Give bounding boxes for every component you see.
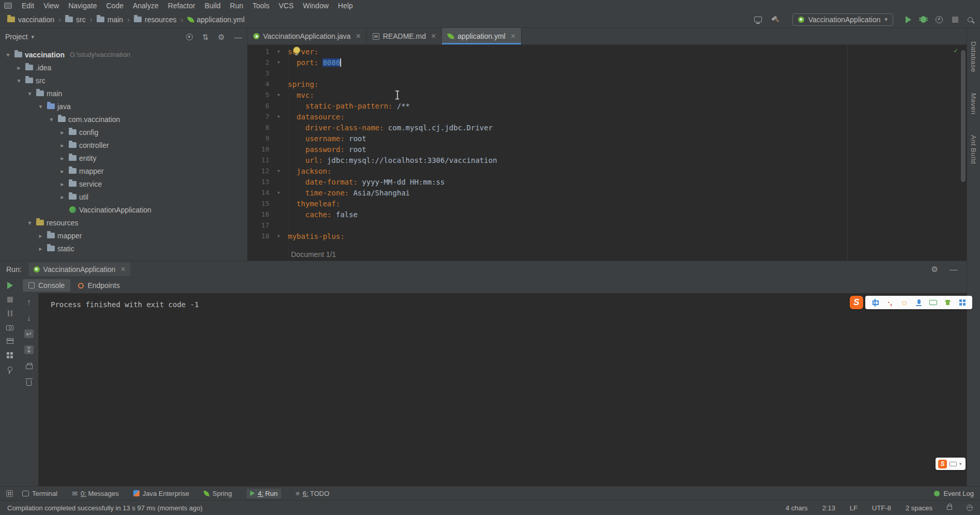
thread-dump-button[interactable] [6, 325, 13, 330]
ime-emoji-button[interactable]: ☺ [900, 298, 909, 307]
ime-soft-keyboard-button[interactable] [929, 298, 938, 307]
chevron-down-icon[interactable]: ▾ [959, 461, 962, 466]
locate-file-icon[interactable] [186, 34, 193, 40]
code-line-16[interactable]: 16cache: false [248, 209, 967, 220]
chevron-down-icon[interactable]: ▾ [32, 34, 35, 40]
chevron-right-icon[interactable]: ▸ [57, 168, 67, 175]
fold-marker-icon[interactable]: ▾ [273, 189, 284, 196]
pin-tab-button[interactable] [7, 366, 12, 372]
intention-bulb-icon[interactable] [293, 47, 300, 54]
fold-marker-icon[interactable]: ▾ [273, 48, 284, 55]
tree-item-util[interactable]: ▸util [0, 190, 247, 203]
menu-item-tools[interactable]: Tools [248, 1, 274, 10]
gear-icon[interactable]: ⚙ [218, 33, 225, 41]
editor-tab-application.yml[interactable]: application.yml× [442, 28, 522, 44]
menu-item-help[interactable]: Help [333, 1, 358, 10]
chevron-down-icon[interactable]: ▾ [14, 77, 24, 84]
tree-item-resources[interactable]: ▾resources [0, 216, 247, 229]
run-button[interactable] [906, 16, 911, 23]
project-panel-title[interactable]: Project [5, 33, 28, 41]
code-line-11[interactable]: 11url: jdbc:mysql://localhost:3306/vacci… [248, 155, 967, 165]
chevron-right-icon[interactable]: ▸ [36, 245, 45, 252]
tree-item-.idea[interactable]: ▸.idea [0, 61, 247, 74]
code-line-13[interactable]: 13date-format: yyyy-MM-dd HH:mm:ss [248, 176, 967, 187]
code-line-6[interactable]: 6static-path-pattern: /** [248, 100, 967, 111]
status-lf[interactable]: LF [850, 504, 858, 512]
tree-item-controller[interactable]: ▸controller [0, 139, 247, 152]
toolwindow-button-java-enterprise[interactable]: Java Enterprise [133, 490, 189, 497]
search-everywhere-icon[interactable] [968, 17, 973, 22]
menu-item-refactor[interactable]: Refactor [163, 1, 200, 10]
breadcrumb-resources[interactable]: resources [134, 16, 176, 24]
close-icon[interactable]: × [120, 265, 125, 274]
editor-tab-VaccinationApplication.java[interactable]: VaccinationApplication.java× [248, 28, 367, 44]
toolwindow-button-terminal[interactable]: Terminal [22, 490, 57, 497]
run-view-tab-console[interactable]: Console [23, 279, 70, 292]
chevron-right-icon[interactable]: ▸ [14, 64, 24, 71]
code-line-9[interactable]: 9username: root [248, 133, 967, 144]
close-icon[interactable]: × [356, 32, 360, 40]
tool-stripe-ant-build[interactable]: Ant Build [970, 135, 977, 164]
code-line-4[interactable]: 4spring: [248, 79, 967, 89]
chevron-right-icon[interactable]: ▸ [36, 232, 45, 239]
code-line-15[interactable]: 15thymeleaf: [248, 198, 967, 209]
menu-item-run[interactable]: Run [225, 1, 248, 10]
menu-item-navigate[interactable]: Navigate [64, 1, 101, 10]
stop-button[interactable] [7, 297, 13, 302]
ime-chinese-mode-button[interactable] [871, 298, 880, 307]
code-area[interactable]: 1▾server:2▾port: 808034spring:5▾mvc:6sta… [248, 45, 967, 241]
status-utf-8[interactable]: UTF-8 [872, 504, 891, 512]
build-hammer-icon[interactable] [771, 16, 780, 23]
ime-skin-button[interactable] [943, 298, 952, 307]
status-4-chars[interactable]: 4 chars [786, 504, 808, 512]
code-line-17[interactable]: 17 [248, 220, 967, 231]
sogou-logo-icon[interactable]: S [850, 296, 863, 309]
close-icon[interactable]: × [511, 32, 515, 40]
ime-voice-input-button[interactable] [914, 298, 923, 307]
breadcrumb-vaccination[interactable]: vaccination [7, 16, 54, 24]
tree-item-mapper[interactable]: ▸mapper [0, 164, 247, 177]
ime-mini-bar[interactable]: S ▾ [936, 458, 966, 470]
chevron-down-icon[interactable]: ▾ [25, 219, 35, 226]
tree-item-java[interactable]: ▾java [0, 100, 247, 113]
code-line-10[interactable]: 10password: root [248, 144, 967, 155]
breadcrumb-main[interactable]: main [97, 16, 123, 24]
editor-tab-README.md[interactable]: MREADME.md× [367, 28, 442, 44]
tool-stripe-database[interactable]: Database [970, 41, 977, 72]
code-line-8[interactable]: 8driver-class-name: com.mysql.cj.jdbc.Dr… [248, 122, 967, 133]
breadcrumb-src[interactable]: src [65, 16, 86, 24]
menu-item-view[interactable]: View [39, 1, 64, 10]
scroll-to-end-button[interactable]: ↧ [24, 345, 34, 354]
status-2-spaces[interactable]: 2 spaces [906, 504, 932, 512]
menu-item-edit[interactable]: Edit [17, 1, 39, 10]
clear-all-button[interactable] [24, 377, 34, 386]
sogou-logo-icon[interactable]: S [938, 460, 947, 468]
scrollbar-thumb[interactable] [961, 50, 966, 182]
chevron-down-icon[interactable]: ▾ [25, 90, 35, 97]
chevron-right-icon[interactable]: ▸ [57, 180, 67, 188]
tree-item-src[interactable]: ▾src [0, 74, 247, 87]
debug-button[interactable] [921, 16, 926, 23]
restore-layout-button[interactable] [7, 338, 13, 344]
code-line-3[interactable]: 3 [248, 68, 967, 79]
pause-output-button[interactable] [8, 310, 12, 316]
gear-icon[interactable]: ⚙ [931, 265, 938, 273]
toolwindow-button-6-todo[interactable]: ≡6: TODO [296, 490, 329, 497]
tree-item-static[interactable]: ▸static [0, 242, 247, 255]
expand-collapse-icon[interactable]: ⇅ [202, 33, 209, 41]
soft-keyboard-icon[interactable] [950, 462, 957, 466]
lock-icon[interactable] [947, 506, 952, 510]
fold-marker-icon[interactable]: ▾ [273, 59, 284, 66]
code-line-7[interactable]: 7▾datasource: [248, 111, 967, 122]
code-line-12[interactable]: 12▾jackson: [248, 165, 967, 176]
chevron-right-icon[interactable]: ▸ [57, 129, 67, 136]
menu-item-analyze[interactable]: Analyze [128, 1, 163, 10]
close-icon[interactable]: × [431, 32, 436, 40]
tree-item-mapper[interactable]: ▸mapper [0, 229, 247, 242]
console-output[interactable]: Process finished with exit code -1 [38, 293, 967, 486]
ime-punctuation-button[interactable]: ·, [885, 298, 894, 307]
code-line-5[interactable]: 5▾mvc: [248, 89, 967, 100]
tree-item-entity[interactable]: ▸entity [0, 152, 247, 164]
run-tab[interactable]: VaccinationApplication × [29, 263, 130, 276]
minimize-icon[interactable]: — [950, 265, 957, 273]
